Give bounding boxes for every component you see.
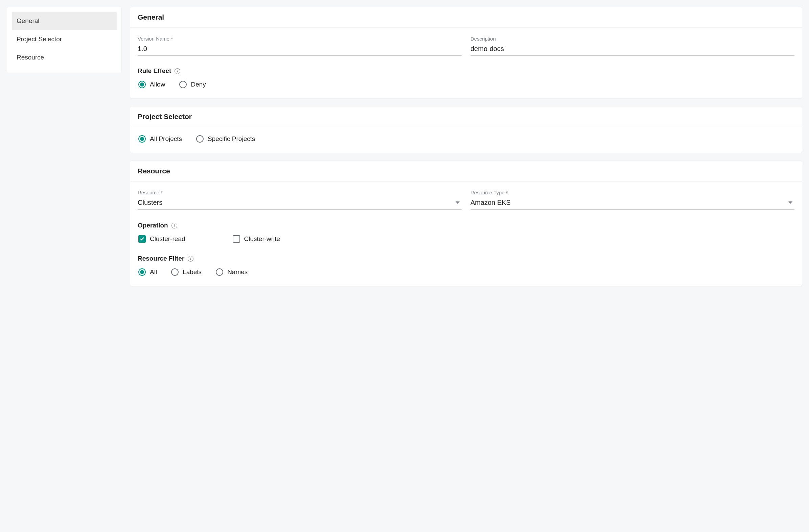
radio-filter-labels[interactable]: Labels xyxy=(171,268,202,276)
radio-icon xyxy=(179,81,187,88)
chevron-down-icon xyxy=(788,201,792,204)
radio-all-projects[interactable]: All Projects xyxy=(138,135,182,143)
resource-select-value: Clusters xyxy=(138,199,162,207)
resource-card: Resource Resource * Clusters Resource Ty… xyxy=(130,161,802,286)
checkbox-cluster-write[interactable]: Cluster-write xyxy=(233,235,280,243)
resource-field: Resource * Clusters xyxy=(138,190,462,210)
radio-filter-all-label: All xyxy=(150,268,157,276)
main-content: General Version Name * Description Rule … xyxy=(130,7,802,286)
sidebar-item-general[interactable]: General xyxy=(12,12,117,30)
project-selector-header: Project Selector xyxy=(130,106,802,127)
checkbox-icon xyxy=(233,235,240,243)
version-name-input[interactable] xyxy=(138,43,462,56)
radio-icon xyxy=(216,268,223,276)
operation-heading: Operation i xyxy=(138,222,794,229)
operation-heading-text: Operation xyxy=(138,222,168,229)
checkbox-cluster-read[interactable]: Cluster-read xyxy=(138,235,185,243)
radio-filter-names[interactable]: Names xyxy=(216,268,247,276)
description-label: Description xyxy=(470,36,794,41)
general-card-header: General xyxy=(130,7,802,28)
resource-type-select-value: Amazon EKS xyxy=(470,199,511,207)
operation-options: Cluster-read Cluster-write xyxy=(138,235,794,243)
radio-filter-names-label: Names xyxy=(227,268,247,276)
project-selector-title: Project Selector xyxy=(138,112,794,121)
resource-field-label: Resource * xyxy=(138,190,462,195)
sidebar-item-project-selector[interactable]: Project Selector xyxy=(12,30,117,48)
radio-icon xyxy=(196,135,204,143)
radio-deny[interactable]: Deny xyxy=(179,81,206,88)
project-selector-card: Project Selector All Projects Specific P… xyxy=(130,106,802,153)
resource-filter-options: All Labels Names xyxy=(138,268,794,276)
radio-allow[interactable]: Allow xyxy=(138,81,165,88)
general-fields-row: Version Name * Description xyxy=(138,36,794,56)
general-card: General Version Name * Description Rule … xyxy=(130,7,802,99)
description-field: Description xyxy=(470,36,794,56)
general-card-body: Version Name * Description Rule Effect i xyxy=(130,28,802,99)
project-selector-body: All Projects Specific Projects xyxy=(130,127,802,153)
radio-icon xyxy=(138,81,146,88)
radio-all-projects-label: All Projects xyxy=(150,135,182,143)
checkbox-icon xyxy=(138,235,146,243)
version-name-label: Version Name * xyxy=(138,36,462,41)
page-root: General Project Selector Resource Genera… xyxy=(0,0,809,293)
radio-icon xyxy=(171,268,178,276)
resource-filter-heading: Resource Filter i xyxy=(138,255,794,262)
radio-icon xyxy=(138,135,146,143)
checkbox-cluster-read-label: Cluster-read xyxy=(150,235,185,243)
chevron-down-icon xyxy=(455,201,460,204)
rule-effect-heading: Rule Effect i xyxy=(138,67,794,75)
project-selector-options: All Projects Specific Projects xyxy=(138,135,794,143)
radio-specific-projects[interactable]: Specific Projects xyxy=(196,135,255,143)
resource-type-field: Resource Type * Amazon EKS xyxy=(470,190,794,210)
sidebar-item-resource[interactable]: Resource xyxy=(12,48,117,67)
radio-icon xyxy=(138,268,146,276)
resource-card-header: Resource xyxy=(130,161,802,181)
resource-type-select[interactable]: Amazon EKS xyxy=(470,197,794,210)
version-name-field: Version Name * xyxy=(138,36,462,56)
info-icon[interactable]: i xyxy=(174,68,180,74)
resource-title: Resource xyxy=(138,167,794,175)
resource-type-label: Resource Type * xyxy=(470,190,794,195)
resource-card-body: Resource * Clusters Resource Type * Amaz… xyxy=(130,181,802,286)
radio-specific-projects-label: Specific Projects xyxy=(208,135,255,143)
radio-allow-label: Allow xyxy=(150,81,165,88)
radio-deny-label: Deny xyxy=(191,81,206,88)
checkbox-cluster-write-label: Cluster-write xyxy=(244,235,280,243)
resource-filter-heading-text: Resource Filter xyxy=(138,255,184,262)
description-input[interactable] xyxy=(470,43,794,56)
general-title: General xyxy=(138,13,794,21)
section-nav-sidebar: General Project Selector Resource xyxy=(7,7,122,73)
radio-filter-labels-label: Labels xyxy=(183,268,202,276)
rule-effect-options: Allow Deny xyxy=(138,81,794,88)
resource-select[interactable]: Clusters xyxy=(138,197,462,210)
info-icon[interactable]: i xyxy=(171,223,177,229)
radio-filter-all[interactable]: All xyxy=(138,268,157,276)
rule-effect-heading-text: Rule Effect xyxy=(138,67,171,75)
resource-fields-row: Resource * Clusters Resource Type * Amaz… xyxy=(138,190,794,210)
info-icon[interactable]: i xyxy=(188,256,193,262)
